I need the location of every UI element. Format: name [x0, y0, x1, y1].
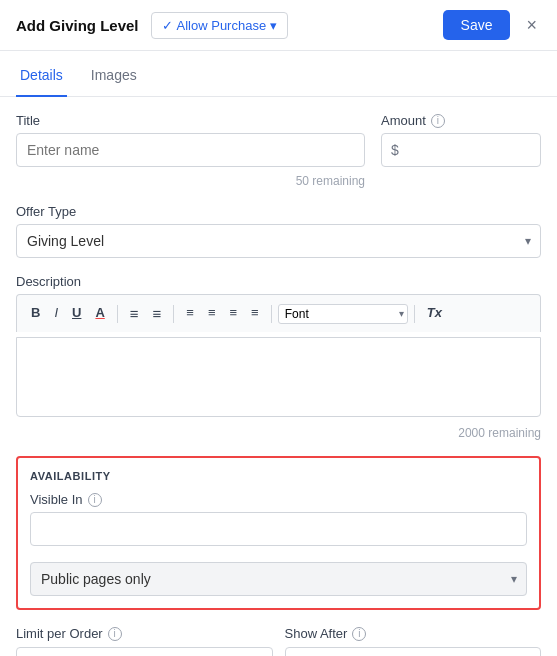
amount-group: Amount i $ — [381, 113, 541, 188]
currency-symbol: $ — [391, 142, 399, 158]
show-after-group: Show After i Show After — [285, 626, 542, 656]
content-area: Title 50 remaining Amount i $ Offer Type… — [0, 97, 557, 656]
chevron-down-icon: ▾ — [270, 18, 277, 33]
underline-button[interactable]: U — [66, 301, 87, 325]
title-char-count: 50 remaining — [16, 174, 365, 188]
bold-button[interactable]: B — [25, 301, 46, 325]
italic-button[interactable]: I — [48, 301, 64, 325]
check-icon: ✓ — [162, 18, 173, 33]
align-center-button[interactable]: ≡ — [202, 301, 222, 325]
close-button[interactable]: × — [522, 12, 541, 38]
clear-format-label: Tx — [427, 305, 442, 320]
toolbar-divider-3 — [271, 305, 272, 323]
visibility-select[interactable]: Public pages only All pages Private only — [30, 562, 527, 596]
align-left-button[interactable]: ≡ — [180, 301, 200, 325]
amount-input-wrap: $ — [381, 133, 541, 167]
offer-type-select[interactable]: Giving Level Donation Membership — [16, 224, 541, 258]
show-after-info-icon: i — [352, 627, 366, 641]
offer-type-group: Offer Type Giving Level Donation Members… — [16, 204, 541, 258]
offer-type-label: Offer Type — [16, 204, 541, 219]
limit-per-order-label: Limit per Order — [16, 626, 103, 641]
bottom-row: Limit per Order i Optional Show After i … — [16, 626, 541, 656]
availability-wrapper: AVAILABILITY Visible In i Public pages o… — [16, 456, 541, 610]
visibility-select-wrap: Public pages only All pages Private only… — [30, 562, 527, 596]
show-after-label-row: Show After i — [285, 626, 542, 641]
title-label: Title — [16, 113, 365, 128]
tab-details[interactable]: Details — [16, 55, 67, 97]
availability-section-label: AVAILABILITY — [30, 470, 527, 482]
title-group: Title 50 remaining — [16, 113, 365, 188]
toolbar-divider-1 — [117, 305, 118, 323]
align-right-button[interactable]: ≡ — [224, 301, 244, 325]
visible-in-info-icon: i — [88, 493, 102, 507]
allow-purchase-label: Allow Purchase — [177, 18, 267, 33]
title-input[interactable] — [16, 133, 365, 167]
visible-in-group: Visible In i — [30, 492, 527, 554]
font-color-button[interactable]: A — [89, 301, 110, 325]
allow-purchase-button[interactable]: ✓ Allow Purchase ▾ — [151, 12, 289, 39]
clear-format-button[interactable]: Tx — [421, 301, 448, 325]
description-group: Description B I U A ≡ ≡ ≡ ≡ ≡ ≡ Font Ari… — [16, 274, 541, 440]
show-after-label: Show After — [285, 626, 348, 641]
modal-title: Add Giving Level — [16, 17, 139, 34]
ordered-list-button[interactable]: ≡ — [124, 300, 145, 327]
limit-per-order-label-row: Limit per Order i — [16, 626, 273, 641]
amount-label: Amount — [381, 113, 426, 128]
visible-in-input[interactable] — [30, 512, 527, 546]
description-label: Description — [16, 274, 541, 289]
amount-info-icon: i — [431, 114, 445, 128]
toolbar-divider-4 — [414, 305, 415, 323]
align-justify-button[interactable]: ≡ — [245, 301, 265, 325]
description-editor[interactable] — [16, 337, 541, 417]
font-select[interactable]: Font Arial Times New Roman — [278, 304, 408, 324]
save-button[interactable]: Save — [443, 10, 511, 40]
show-after-input[interactable]: Show After — [285, 647, 542, 656]
limit-per-order-input[interactable]: Optional — [16, 647, 273, 656]
tab-images[interactable]: Images — [87, 55, 141, 97]
visible-in-label: Visible In — [30, 492, 83, 507]
amount-input[interactable] — [381, 133, 541, 167]
tabs-container: Details Images — [0, 55, 557, 97]
offer-type-select-wrap: Giving Level Donation Membership ▾ — [16, 224, 541, 258]
unordered-list-button[interactable]: ≡ — [147, 300, 168, 327]
limit-per-order-group: Limit per Order i Optional — [16, 626, 273, 656]
toolbar-divider-2 — [173, 305, 174, 323]
modal-header: Add Giving Level ✓ Allow Purchase ▾ Save… — [0, 0, 557, 51]
availability-section: AVAILABILITY Visible In i Public pages o… — [16, 456, 541, 610]
title-amount-row: Title 50 remaining Amount i $ — [16, 113, 541, 188]
limit-per-order-info-icon: i — [108, 627, 122, 641]
desc-char-count: 2000 remaining — [16, 426, 541, 440]
font-select-wrap: Font Arial Times New Roman ▾ — [278, 304, 408, 324]
description-toolbar: B I U A ≡ ≡ ≡ ≡ ≡ ≡ Font Arial Times New… — [16, 294, 541, 332]
